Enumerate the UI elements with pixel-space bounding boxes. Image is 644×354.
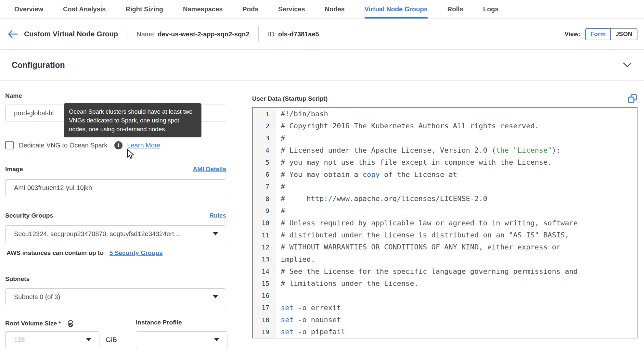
tab-rolls[interactable]: Rolls [447,0,463,19]
code-text: # distributed under the License is distr… [276,229,569,241]
ami-details-link[interactable]: AMI Details [193,166,226,173]
code-line: 13implied. [253,253,637,265]
code-text: #!/bin/bash [276,108,328,120]
line-number: 11 [253,229,276,241]
caret-down-icon [213,295,218,298]
tab-overview[interactable]: Overview [14,0,43,19]
user-data-label: User Data (Startup Script) [252,95,328,102]
line-number: 17 [253,302,276,314]
subnets-value: Subnets 0 (of 3) [14,293,213,301]
line-number: 4 [253,144,276,156]
code-text: # Unless required by applicable law or a… [276,217,578,229]
image-label: Image [5,166,23,173]
image-label-row: Image AMI Details [5,166,226,173]
image-input[interactable] [5,179,226,196]
root-volume-label: Root Volume Size * [5,320,61,327]
configuration-section-header[interactable]: Configuration [0,50,644,80]
line-number: 19 [253,326,276,338]
code-line: 11# distributed under the License is dis… [253,229,637,241]
code-text: # You may obtain a copy of the License a… [276,168,457,180]
tab-nodes[interactable]: Nodes [325,0,345,19]
learn-more-link[interactable]: Learn More [127,142,160,149]
vng-name: Name:dev-us-west-2-app-sqn2-sqn2 [136,31,249,38]
tab-namespaces[interactable]: Namespaces [183,0,223,19]
tab-pods[interactable]: Pods [242,0,258,19]
tab-virtual-node-groups[interactable]: Virtual Node Groups [365,0,428,19]
chevron-down-icon[interactable] [623,62,632,68]
caret-down-icon [213,232,218,235]
code-text: # you may not use this file except in co… [276,156,552,168]
code-text: # Copyright 2016 The Kubernetes Authors … [276,120,539,132]
code-line: 9# [253,205,637,217]
code-line: 18set -o nounset [253,314,637,326]
code-text: # WITHOUT WARRANTIES OR CONDITIONS OF AN… [276,241,560,253]
root-volume-placeholder: 128 [14,336,86,344]
line-number: 8 [253,193,276,205]
code-text: # See the License for the specific langu… [276,265,578,277]
vertical-divider [258,27,259,41]
code-line: 6# You may obtain a copy of the License … [253,168,637,180]
code-text: # Licensed under the Apache License, Ver… [276,144,560,156]
code-line: 12# WITHOUT WARRANTIES OR CONDITIONS OF … [253,241,637,253]
code-text: # [276,132,285,144]
back-button[interactable] [7,30,18,39]
tab-cost-analysis[interactable]: Cost Analysis [63,0,106,19]
tab-logs[interactable]: Logs [483,0,499,19]
section-title: Configuration [12,60,65,70]
caret-down-icon [86,338,91,341]
view-label: View: [564,31,580,38]
info-icon[interactable]: i [114,141,122,149]
line-number: 16 [253,289,276,301]
line-number: 15 [253,277,276,289]
code-text: set -o errexit [276,302,341,314]
line-number: 10 [253,217,276,229]
mouse-cursor-icon [126,149,135,160]
tab-right-sizing[interactable]: Right Sizing [125,0,163,19]
view-toggle-form[interactable]: Form [585,28,611,40]
view-toggle-json[interactable]: JSON [610,28,638,40]
user-data-editor[interactable]: 1#!/bin/bash2# Copyright 2016 The Kubern… [252,107,638,338]
copy-icon[interactable] [627,94,638,104]
tab-bar: OverviewCost AnalysisRight SizingNamespa… [0,0,644,19]
code-line: 19set -o pipefail [253,326,637,338]
subnets-label: Subnets [5,275,30,283]
line-number: 3 [253,132,276,144]
rules-link[interactable]: Rules [209,212,226,219]
code-text [276,289,281,301]
dedicate-checkbox-label: Dedicate VNG to Ocean Spark [19,142,107,149]
root-volume-select[interactable]: 128 [5,331,99,348]
code-text: # limitations under the License. [276,277,419,289]
root-volume-label-row: Root Volume Size * [5,319,74,328]
code-line: 2# Copyright 2016 The Kubernetes Authors… [253,120,637,132]
instance-profile-select[interactable] [136,331,227,348]
vertical-divider [127,27,127,41]
five-security-groups-link[interactable]: 5 Security Groups [109,249,163,257]
hint-text: AWS instances can contain up to [6,249,104,257]
virtual-node-group-page: OverviewCost AnalysisRight SizingNamespa… [0,0,644,354]
security-groups-hint: AWS instances can contain up to 5 Securi… [6,249,162,257]
line-number: 14 [253,265,276,277]
arrow-left-icon [7,30,18,39]
code-line: 4# Licensed under the Apache License, Ve… [253,144,637,156]
code-text: implied. [276,253,315,265]
code-text: # http://www.apache.org/licenses/LICENSE… [276,193,487,205]
line-number: 13 [253,253,276,265]
code-line: 5# you may not use this file except in c… [253,156,637,168]
dedicate-checkbox[interactable] [5,141,14,149]
code-line: 16 [253,289,637,301]
security-groups-value: Secu12324, secgroup23470870, segtuyfsd12… [14,230,213,238]
code-line: 10# Unless required by applicable law or… [253,217,637,229]
instance-profile-label: Instance Profile [136,319,182,326]
view-toggle: FormJSON [585,28,638,40]
security-groups-label-row: Security Groups Rules [5,212,226,219]
page-title: Custom Virtual Node Group [24,30,118,38]
security-groups-select[interactable]: Secu12324, secgroup23470870, segtuyfsd12… [5,225,226,242]
line-number: 18 [253,314,276,326]
code-line: 14# See the License for the specific lan… [253,265,637,277]
tab-services[interactable]: Services [278,0,305,19]
page-header: Custom Virtual Node Group Name:dev-us-we… [0,19,644,49]
link-check-icon[interactable] [65,319,74,328]
subnets-select[interactable]: Subnets 0 (of 3) [5,288,226,305]
code-line: 3# [253,132,637,144]
line-number: 5 [253,156,276,168]
